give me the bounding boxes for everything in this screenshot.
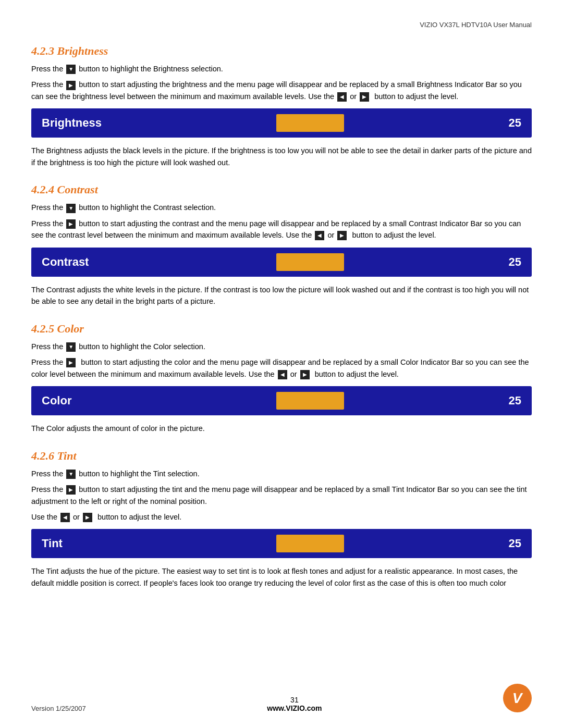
right-arrow-icon-4: [337, 231, 347, 240]
right-arrow-icon-3: [66, 219, 76, 229]
tint-value: 25: [495, 537, 521, 550]
left-arrow-icon-2: [315, 231, 324, 240]
contrast-fill-area: [125, 253, 495, 271]
tint-para-3: Use the or button to adjust the level.: [31, 511, 532, 523]
section-color-title: 4.2.5 Color: [31, 322, 532, 336]
color-value: 25: [495, 394, 521, 408]
brightness-description: The Brightness adjusts the black levels …: [31, 145, 532, 168]
color-fill-area: [125, 392, 495, 410]
contrast-fill: [276, 253, 344, 271]
section-contrast: 4.2.4 Contrast Press the button to highl…: [31, 183, 532, 307]
right-arrow-icon-1: [66, 81, 76, 90]
right-arrow-icon-2: [360, 92, 369, 102]
color-para-1: Press the button to highlight the Color …: [31, 341, 532, 352]
contrast-value: 25: [495, 255, 521, 269]
manual-title: VIZIO VX37L HDTV10A User Manual: [420, 21, 532, 29]
footer-page-number: 31: [267, 696, 322, 704]
brightness-fill: [276, 114, 344, 132]
tint-description: The Tint adjusts the hue of the picture.…: [31, 565, 532, 589]
color-fill: [276, 392, 344, 410]
contrast-para-1: Press the button to highlight the Contra…: [31, 202, 532, 213]
tint-para-2: Press the button to start adjusting the …: [31, 484, 532, 507]
brightness-para-1: Press the button to highlight the Bright…: [31, 63, 532, 75]
tint-fill-area: [125, 535, 495, 552]
down-arrow-icon-2: [66, 204, 76, 213]
color-para-2: Press the button to start adjusting the …: [31, 356, 532, 380]
down-arrow-icon-3: [66, 342, 76, 352]
tint-fill: [276, 535, 344, 552]
right-arrow-icon-6: [300, 370, 310, 379]
right-arrow-icon-8: [83, 513, 92, 522]
brightness-value: 25: [495, 116, 521, 130]
right-arrow-icon-5: [66, 358, 76, 367]
tint-indicator-bar: Tint 25: [31, 529, 532, 558]
color-label: Color: [42, 394, 125, 408]
color-description: The Color adjusts the amount of color in…: [31, 423, 532, 434]
brightness-label: Brightness: [42, 116, 125, 130]
right-arrow-icon-7: [66, 485, 76, 495]
tint-label: Tint: [42, 537, 125, 550]
left-arrow-icon-3: [278, 370, 287, 379]
footer-center: 31 www.VIZIO.com: [267, 696, 322, 712]
brightness-fill-area: [125, 114, 495, 132]
section-brightness-title: 4.2.3 Brightness: [31, 44, 532, 58]
contrast-label: Contrast: [42, 255, 125, 269]
contrast-para-2: Press the button to start adjusting the …: [31, 218, 532, 241]
footer-logo-area: V: [503, 684, 532, 712]
section-tint: 4.2.6 Tint Press the button to highlight…: [31, 449, 532, 589]
section-contrast-title: 4.2.4 Contrast: [31, 183, 532, 196]
page-header: VIZIO VX37L HDTV10A User Manual: [31, 21, 532, 29]
left-arrow-icon-4: [60, 513, 70, 522]
down-arrow-icon-4: [66, 470, 76, 479]
section-color: 4.2.5 Color Press the button to highligh…: [31, 322, 532, 435]
vizio-v-icon: V: [512, 690, 523, 707]
footer-website: www.VIZIO.com: [267, 704, 322, 712]
footer-version: Version 1/25/2007: [31, 705, 86, 712]
contrast-description: The Contrast adjusts the white levels in…: [31, 284, 532, 307]
vizio-logo: V: [503, 684, 532, 712]
color-indicator-bar: Color 25: [31, 386, 532, 415]
section-tint-title: 4.2.6 Tint: [31, 449, 532, 463]
down-arrow-icon-1: [66, 65, 76, 74]
page-footer: Version 1/25/2007 31 www.VIZIO.com V: [0, 684, 563, 712]
section-brightness: 4.2.3 Brightness Press the button to hig…: [31, 44, 532, 168]
brightness-para-2: Press the button to start adjusting the …: [31, 79, 532, 102]
tint-para-1: Press the button to highlight the Tint s…: [31, 468, 532, 479]
contrast-indicator-bar: Contrast 25: [31, 248, 532, 277]
left-arrow-icon-1: [337, 92, 347, 102]
brightness-indicator-bar: Brightness 25: [31, 108, 532, 138]
